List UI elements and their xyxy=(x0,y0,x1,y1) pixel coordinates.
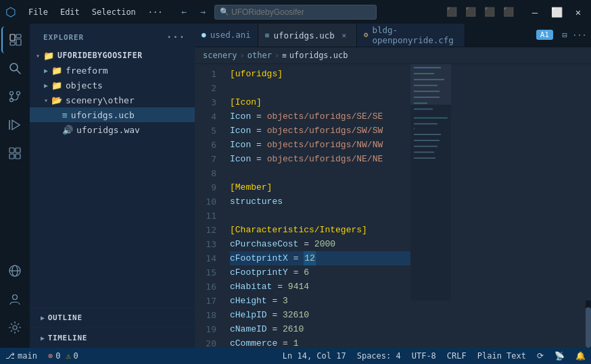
tab-used-ani[interactable]: ● used.ani xyxy=(195,24,258,47)
tab-uforidgs-ucb[interactable]: ≡ uforidgs.ucb ✕ xyxy=(258,24,357,47)
main-content: EXPLORER ··· ▾ 📁 UFORIDEBYGOOSIFER ▶ 📁 f… xyxy=(0,24,591,348)
layout-icon-3[interactable]: ⬛ xyxy=(481,4,498,20)
titlebar: ⬡ File Edit Selection ··· ← → 🔍 ⬛ ⬛ ⬛ ⬛ … xyxy=(0,0,591,24)
editor-scrollbar[interactable] xyxy=(586,301,591,348)
layout-icon-1[interactable]: ⬛ xyxy=(444,4,460,20)
tab-bldg-cfg-label: bldg-openponyride.cfg xyxy=(372,25,457,45)
menu-more[interactable]: ··· xyxy=(143,5,168,20)
svg-rect-35 xyxy=(414,157,435,159)
breadcrumb-other[interactable]: other xyxy=(247,51,272,60)
breadcrumb-scenery[interactable]: scenery xyxy=(203,51,237,60)
tree-item-scenery-other[interactable]: ▾ 📂 scenery\other xyxy=(30,93,195,107)
outline-section: ▶ OUTLINE xyxy=(30,307,195,328)
ucb-file-icon: ≡ xyxy=(62,110,68,120)
objects-label: objects xyxy=(66,80,189,90)
encoding-label: UTF-8 xyxy=(412,351,436,361)
vscode-logo-icon: ⬡ xyxy=(5,5,16,19)
layout-icon-4[interactable]: ⬛ xyxy=(500,4,517,20)
activity-search[interactable] xyxy=(1,55,28,82)
sidebar: EXPLORER ··· ▾ 📁 UFORIDEBYGOOSIFER ▶ 📁 f… xyxy=(30,24,195,348)
root-folder-icon: 📁 xyxy=(43,51,54,61)
run-icon xyxy=(7,118,22,132)
wav-label: uforidgs.wav xyxy=(76,125,189,135)
activity-remote[interactable] xyxy=(1,257,28,284)
tabs-more-button[interactable]: ··· xyxy=(572,28,587,43)
minimize-button[interactable]: — xyxy=(525,3,545,20)
svg-rect-0 xyxy=(10,34,15,41)
ucb-label: uforidgs.ucb xyxy=(71,110,189,120)
freeform-label: freeform xyxy=(66,66,189,76)
root-chevron-icon: ▾ xyxy=(32,52,43,59)
layout-icon-2[interactable]: ⬛ xyxy=(463,4,479,20)
svg-rect-11 xyxy=(9,148,14,153)
status-encoding[interactable]: UTF-8 xyxy=(406,348,442,364)
minimap xyxy=(410,64,451,301)
minimap-slider[interactable] xyxy=(410,64,451,105)
tree-item-freeform[interactable]: ▶ 📁 freeform xyxy=(30,63,195,78)
scenery-folder-icon: 📂 xyxy=(51,95,62,105)
close-button[interactable]: ✕ xyxy=(568,3,588,20)
status-branch[interactable]: ⎇ main xyxy=(0,348,43,364)
status-position[interactable]: Ln 14, Col 17 xyxy=(277,348,352,364)
root-label: UFORIDEBYGOOSIFER xyxy=(57,51,189,60)
objects-folder-icon: 📁 xyxy=(51,80,62,90)
sidebar-more-button[interactable]: ··· xyxy=(165,30,187,44)
tab-uforidgs-ucb-close[interactable]: ✕ xyxy=(339,30,350,41)
tab-used-ani-label: used.ani xyxy=(210,30,251,40)
svg-line-5 xyxy=(17,70,21,74)
svg-rect-13 xyxy=(9,154,14,159)
bldg-cfg-tab-icon: ⚙ xyxy=(364,30,369,39)
status-errors[interactable]: ⊗ 0 ⚠ 0 xyxy=(43,348,84,364)
tab-bar: ● used.ani ≡ uforidgs.ucb ✕ ⚙ bldg-openp… xyxy=(195,24,591,47)
svg-marker-9 xyxy=(12,120,20,130)
status-bell[interactable]: 🔔 xyxy=(570,348,591,364)
activity-extensions[interactable] xyxy=(1,140,28,167)
titlebar-search-input[interactable] xyxy=(214,5,377,20)
status-remote-btn[interactable]: ⟳ xyxy=(531,348,549,364)
activity-explorer[interactable] xyxy=(1,26,28,53)
activity-source-control[interactable] xyxy=(1,83,28,110)
menu-file[interactable]: File xyxy=(23,5,53,20)
split-editor-button[interactable]: ⊟ xyxy=(557,28,572,43)
maximize-button[interactable]: ⬜ xyxy=(546,3,567,20)
timeline-header[interactable]: ▶ TIMELINE xyxy=(30,331,195,345)
ai-badge[interactable]: A1 xyxy=(536,30,553,40)
tree-item-wav[interactable]: ▶ 🔊 uforidgs.wav xyxy=(30,122,195,137)
nav-back-button[interactable]: ← xyxy=(176,4,193,20)
status-line-ending[interactable]: CRLF xyxy=(442,348,472,364)
sidebar-title: EXPLORER xyxy=(43,33,84,42)
svg-rect-28 xyxy=(414,118,448,119)
svg-rect-1 xyxy=(16,34,21,38)
source-control-icon xyxy=(7,89,22,104)
status-bar-right: Ln 14, Col 17 Spaces: 4 UTF-8 CRLF Plain… xyxy=(277,348,591,364)
activity-run[interactable] xyxy=(1,111,28,138)
status-language[interactable]: Plain Text xyxy=(472,348,531,364)
remote-icon xyxy=(7,263,22,278)
menu-edit[interactable]: Edit xyxy=(55,5,85,20)
svg-rect-31 xyxy=(414,134,441,135)
status-broadcast[interactable]: 📡 xyxy=(549,348,570,364)
svg-rect-2 xyxy=(16,39,21,45)
tab-bldg-cfg[interactable]: ⚙ bldg-openponyride.cfg xyxy=(357,24,465,47)
code-content[interactable]: [uforidgs][Icon]Icon = objects/uforidgs/… xyxy=(223,64,410,348)
menu-selection[interactable]: Selection xyxy=(87,5,141,20)
activity-settings[interactable] xyxy=(1,314,28,341)
nav-forward-button[interactable]: → xyxy=(195,4,212,20)
breadcrumb-file[interactable]: ≡ uforidgs.ucb xyxy=(282,51,348,60)
tree-item-objects[interactable]: ▶ 📁 objects xyxy=(30,78,195,93)
sidebar-header: EXPLORER ··· xyxy=(30,24,195,48)
extensions-icon xyxy=(7,146,22,161)
outline-header[interactable]: ▶ OUTLINE xyxy=(30,311,195,325)
status-bar-left: ⎇ main ⊗ 0 ⚠ 0 xyxy=(0,348,84,364)
errors-count: 0 xyxy=(55,351,60,361)
uforidgs-ucb-tab-icon: ≡ xyxy=(265,31,270,40)
status-spaces[interactable]: Spaces: 4 xyxy=(352,348,406,364)
tree-item-ucb[interactable]: ▶ ≡ uforidgs.ucb xyxy=(30,107,195,122)
svg-rect-33 xyxy=(414,146,438,147)
account-icon xyxy=(7,292,22,307)
editor-area: ● used.ani ≡ uforidgs.ucb ✕ ⚙ bldg-openp… xyxy=(195,24,591,348)
sidebar-tree: ▾ 📁 UFORIDEBYGOOSIFER ▶ 📁 freeform ▶ 📁 o… xyxy=(30,48,195,307)
tree-root[interactable]: ▾ 📁 UFORIDEBYGOOSIFER xyxy=(30,48,195,63)
scrollbar-thumb xyxy=(586,307,591,348)
activity-account[interactable] xyxy=(1,286,28,313)
